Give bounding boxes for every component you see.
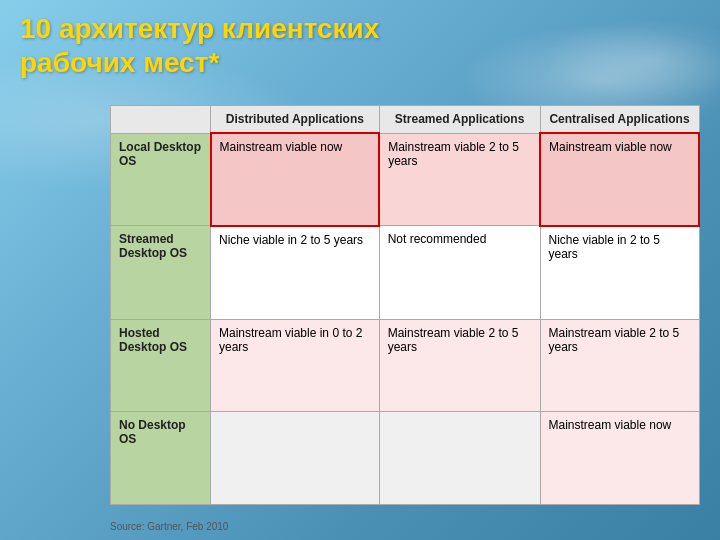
title-line2: рабочих мест* — [20, 46, 379, 80]
cell-no-centralised: Mainstream viable now — [540, 412, 699, 505]
table-row: Hosted Desktop OS Mainstream viable in 0… — [111, 319, 700, 412]
row-label-no-desktop: No Desktop OS — [111, 412, 211, 505]
cell-local-centralised: Mainstream viable now — [540, 133, 699, 226]
table-container: Distributed Applications Streamed Applic… — [110, 105, 700, 505]
cell-streamed-centralised: Niche viable in 2 to 5 years — [540, 226, 699, 320]
table-row: Local Desktop OS Mainstream viable now M… — [111, 133, 700, 226]
row-label-local: Local Desktop OS — [111, 133, 211, 226]
corner-cell — [111, 106, 211, 134]
col-header-distributed: Distributed Applications — [211, 106, 380, 134]
cell-no-distributed — [211, 412, 380, 505]
cell-local-distributed: Mainstream viable now — [211, 133, 380, 226]
cell-streamed-streamed: Not recommended — [379, 226, 540, 320]
footer-text: Source: Gartner, Feb 2010 — [110, 521, 228, 532]
page-title: 10 архитектур клиентских рабочих мест* — [20, 12, 379, 79]
main-table: Distributed Applications Streamed Applic… — [110, 105, 700, 505]
cell-local-streamed: Mainstream viable 2 to 5 years — [379, 133, 540, 226]
col-header-centralised: Centralised Applications — [540, 106, 699, 134]
cell-streamed-distributed: Niche viable in 2 to 5 years — [211, 226, 380, 320]
cell-hosted-streamed: Mainstream viable 2 to 5 years — [379, 319, 540, 412]
cell-hosted-distributed: Mainstream viable in 0 to 2 years — [211, 319, 380, 412]
row-label-hosted: Hosted Desktop OS — [111, 319, 211, 412]
cell-no-streamed — [379, 412, 540, 505]
row-label-streamed: Streamed Desktop OS — [111, 226, 211, 320]
col-header-streamed: Streamed Applications — [379, 106, 540, 134]
cell-hosted-centralised: Mainstream viable 2 to 5 years — [540, 319, 699, 412]
table-row: Streamed Desktop OS Niche viable in 2 to… — [111, 226, 700, 320]
title-line1: 10 архитектур клиентских — [20, 12, 379, 46]
table-row: No Desktop OS Mainstream viable now — [111, 412, 700, 505]
